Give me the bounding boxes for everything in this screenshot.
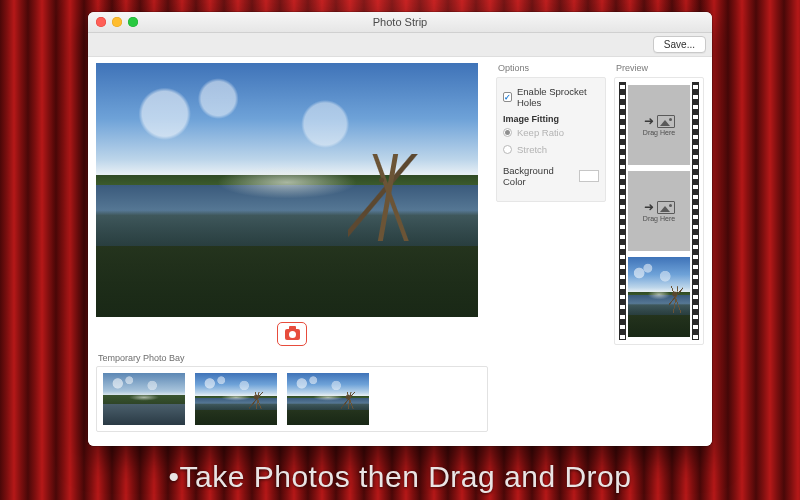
capture-button[interactable] <box>277 322 307 346</box>
options-title: Options <box>498 63 606 73</box>
window-controls <box>96 17 138 27</box>
options-panel: ✓ Enable Sprocket Holes Image Fitting Ke… <box>496 77 606 202</box>
image-placeholder-icon <box>657 201 675 214</box>
film-strip[interactable]: ➜ Drag Here ➜ <box>619 82 699 340</box>
camera-icon <box>285 329 300 340</box>
bgcolor-label: Background Color <box>503 165 570 187</box>
window-title: Photo Strip <box>88 16 712 28</box>
film-frame[interactable]: ➜ Drag Here <box>628 171 690 251</box>
zoom-icon[interactable] <box>128 17 138 27</box>
sprocket-checkbox[interactable]: ✓ <box>503 92 512 102</box>
sprocket-holes-icon <box>692 82 699 340</box>
drag-here-label: Drag Here <box>643 215 675 222</box>
sprocket-label: Enable Sprocket Holes <box>517 86 599 108</box>
preview-title: Preview <box>616 63 704 73</box>
photo-bay-label: Temporary Photo Bay <box>98 353 488 363</box>
photo-bay[interactable] <box>96 366 488 432</box>
image-placeholder-icon <box>657 115 675 128</box>
bay-thumb[interactable] <box>287 373 369 425</box>
drag-here-label: Drag Here <box>643 129 675 136</box>
main-photo-view[interactable] <box>96 63 478 317</box>
keep-ratio-label: Keep Ratio <box>517 127 564 138</box>
save-button[interactable]: Save... <box>653 36 706 53</box>
film-frame[interactable]: ➜ Drag Here <box>628 85 690 165</box>
film-frame[interactable] <box>628 257 690 337</box>
toolbar: Save... <box>88 33 712 57</box>
app-window: Photo Strip Save... Temporary Photo Bay <box>88 12 712 446</box>
stretch-label: Stretch <box>517 144 547 155</box>
titlebar[interactable]: Photo Strip <box>88 12 712 33</box>
preview-panel: ➜ Drag Here ➜ <box>614 77 704 345</box>
minimize-icon[interactable] <box>112 17 122 27</box>
arrow-right-icon: ➜ <box>644 114 654 128</box>
bay-thumb[interactable] <box>195 373 277 425</box>
bgcolor-swatch[interactable] <box>579 170 599 182</box>
close-icon[interactable] <box>96 17 106 27</box>
marketing-caption: •Take Photos then Drag and Drop <box>0 460 800 494</box>
bay-thumb[interactable] <box>103 373 185 425</box>
image-fitting-label: Image Fitting <box>503 114 599 124</box>
arrow-right-icon: ➜ <box>644 200 654 214</box>
keep-ratio-radio[interactable] <box>503 128 512 137</box>
sprocket-holes-icon <box>619 82 626 340</box>
stretch-radio[interactable] <box>503 145 512 154</box>
